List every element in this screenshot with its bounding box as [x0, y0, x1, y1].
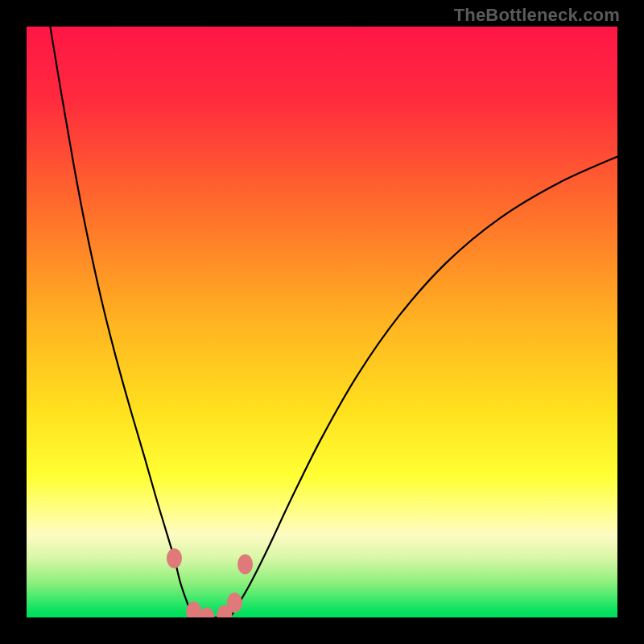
svg-rect-0: [27, 27, 617, 617]
plot-area: [27, 27, 617, 617]
watermark-text: TheBottleneck.com: [454, 5, 620, 26]
chart-frame: TheBottleneck.com: [0, 0, 644, 644]
background-gradient: [27, 27, 617, 617]
